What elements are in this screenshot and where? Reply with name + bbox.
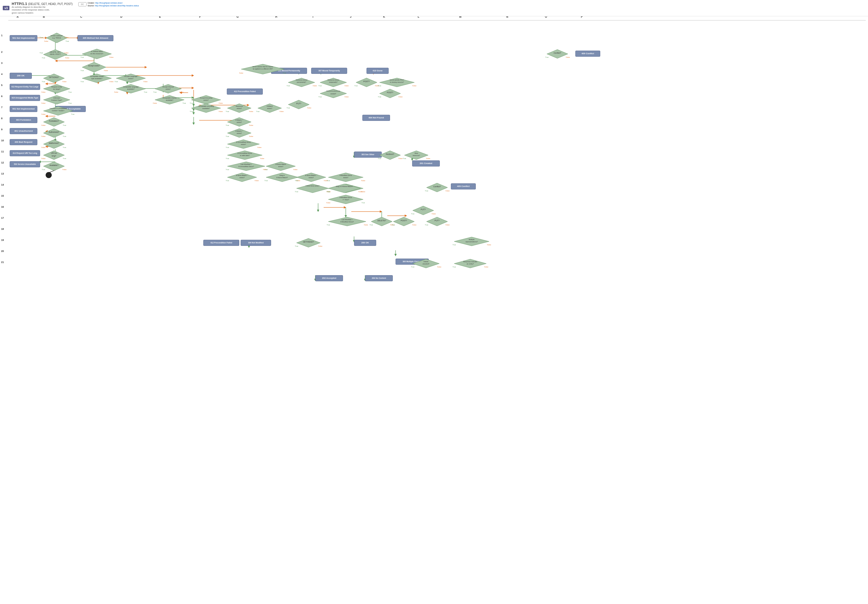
svg-text:False: False xyxy=(42,147,46,148)
svg-text:exists?: exists? xyxy=(237,121,242,123)
row-12: 12 xyxy=(1,161,4,164)
svg-text:Last-Modified >: Last-Modified > xyxy=(341,219,353,220)
if-mod-since-star-diamond: If-Mod-Since exists? True False xyxy=(296,183,329,193)
svg-text:Content-* header?: Content-* header? xyxy=(52,110,64,112)
row-4: 4 xyxy=(1,73,3,76)
svg-text:If-Modified-Since?: If-Modified-Since? xyxy=(341,221,354,223)
server-desire-diamond: Server desires that the request be appli… xyxy=(241,63,285,75)
svg-text:True: True xyxy=(68,91,72,93)
svg-text:exists?: exists? xyxy=(128,78,133,79)
svg-marker-161 xyxy=(43,140,64,149)
svg-text:False: False xyxy=(412,224,417,226)
svg-marker-229 xyxy=(296,239,320,247)
if-none-match-star-diamond: If-None-Match: * exists? True False xyxy=(227,172,257,182)
svg-text:If-Modified-Since: If-Modified-Since xyxy=(339,175,352,176)
svg-text:False: False xyxy=(398,158,403,159)
delete-diamond: DELETE? True False xyxy=(370,217,393,226)
svg-text:True: True xyxy=(190,111,193,112)
svg-text:False: False xyxy=(326,202,330,204)
svg-text:True: True xyxy=(318,85,322,87)
svg-text:False: False xyxy=(255,180,259,181)
svg-text:exists?: exists? xyxy=(278,166,284,167)
svg-marker-291 xyxy=(288,100,309,109)
svg-text:HEAD, POST?: HEAD, POST? xyxy=(50,53,61,55)
creator-label: Creator: http://thoughtpad.net/alan-dean… xyxy=(88,2,139,5)
put2-diamond: PUT? True False xyxy=(426,217,448,226)
svg-marker-70 xyxy=(82,62,106,72)
svg-text:If-Unmodified-Since: If-Unmodified-Since xyxy=(236,141,251,143)
svg-text:Unknown: Unknown xyxy=(53,97,60,99)
svg-text:PUT?: PUT? xyxy=(434,220,440,221)
svg-text:True: True xyxy=(378,85,381,87)
svg-text:URI too: URI too xyxy=(51,152,57,154)
status-303-box: 303 See Other xyxy=(354,152,382,158)
svg-text:Forbidden?: Forbidden? xyxy=(49,120,59,122)
row-3: 3 xyxy=(1,62,3,64)
svg-text:GET/HEAD?: GET/HEAD? xyxy=(303,241,314,243)
svg-text:POST?: POST? xyxy=(401,220,407,221)
svg-text:True: True xyxy=(226,147,229,148)
svg-text:True: True xyxy=(71,113,75,115)
multiple-rep-diamond: Multiple representations? True False xyxy=(454,237,490,246)
svg-text:If-Unmodified-Since: If-Unmodified-Since xyxy=(238,152,252,154)
status-400-box: 400 Bad Request xyxy=(10,139,37,145)
svg-marker-152 xyxy=(43,129,64,138)
svg-text:True: True xyxy=(226,111,229,112)
svg-text:If-None-Match: *: If-None-Match: * xyxy=(236,175,248,176)
svg-text:False: False xyxy=(42,113,46,115)
svg-text:False: False xyxy=(446,190,450,192)
resp-entity-diamond: Response includes an entity? True False xyxy=(454,259,487,268)
svg-text:available?: available? xyxy=(166,99,174,101)
svg-text:Server desires that the reques: Server desires that the request xyxy=(252,66,273,68)
conflict2-diamond: Conflict? True False xyxy=(546,49,569,59)
svg-text:False: False xyxy=(42,136,46,137)
svg-text:exists?: exists? xyxy=(309,177,314,178)
svg-text:True: True xyxy=(42,81,45,82)
svg-text:True: True xyxy=(378,96,381,98)
svg-text:temporarily?: temporarily? xyxy=(329,81,338,83)
row-16: 16 xyxy=(1,206,4,208)
status-401-box: 401 Unauthorized xyxy=(10,128,37,134)
etag-none2-diamond: Etag in If-None-Match? True False xyxy=(328,183,361,193)
status-404-box: 404 Not Found xyxy=(362,115,390,121)
svg-text:True: True xyxy=(283,72,286,74)
svg-text:False: False xyxy=(437,266,442,268)
accept-lang-exists-diamond: Accept-Language exists? True False xyxy=(116,73,146,83)
svg-text:True: True xyxy=(183,102,186,104)
label-false-delete: False xyxy=(64,52,68,54)
row-10: 10 xyxy=(1,139,4,142)
svg-text:False: False xyxy=(65,57,70,59)
svg-text:True: True xyxy=(392,224,395,226)
unknown-unsup-diamond: Unknown or unsupported Content-* header?… xyxy=(43,106,73,116)
svg-text:True: True xyxy=(453,244,456,246)
row-21: 21 xyxy=(1,261,4,263)
svg-text:exists?: exists? xyxy=(204,99,209,101)
svg-text:Accept-Language: Accept-Language xyxy=(124,76,138,77)
accept-exists-diamond: Accept exists? True False xyxy=(82,62,107,73)
svg-text:If-Mod-Since exists?: If-Mod-Since exists? xyxy=(306,185,319,187)
svg-text:POST?: POST? xyxy=(363,81,370,82)
svg-text:False: False xyxy=(62,169,67,170)
status-503-box: 503 Service Unavailable xyxy=(10,161,40,167)
svg-text:Delete: Delete xyxy=(423,261,428,262)
cc-license: CC Creator: http://thoughtpad.net/alan-d… xyxy=(78,2,139,7)
svg-text:False: False xyxy=(180,91,184,93)
svg-text:True: True xyxy=(318,96,322,98)
row-9: 9 xyxy=(1,128,3,131)
if-none-match2-diamond: If-None-Match: * exists? True False xyxy=(296,172,326,182)
svg-text:True: True xyxy=(226,136,229,137)
svg-text:False: False xyxy=(293,169,298,170)
svg-text:True: True xyxy=(144,91,147,93)
svg-text:True: True xyxy=(115,81,118,82)
svg-text:Etag in: Etag in xyxy=(280,175,285,176)
row-14: 14 xyxy=(1,183,4,186)
status-200-box: 200 OK xyxy=(10,73,32,79)
page-title: HTTP/1.1 (DELETE, GET, HEAD, PUT, POST) xyxy=(12,2,73,6)
svg-text:Multiple: Multiple xyxy=(469,239,475,240)
svg-text:If-Match: *: If-Match: * xyxy=(236,130,243,132)
row-8: 8 xyxy=(1,117,3,120)
row-15: 15 xyxy=(1,194,4,197)
svg-text:an entity?: an entity? xyxy=(467,263,474,265)
resource-exists-diamond: Resource exists? True False xyxy=(227,103,252,113)
svg-text:exists?: exists? xyxy=(166,88,171,90)
